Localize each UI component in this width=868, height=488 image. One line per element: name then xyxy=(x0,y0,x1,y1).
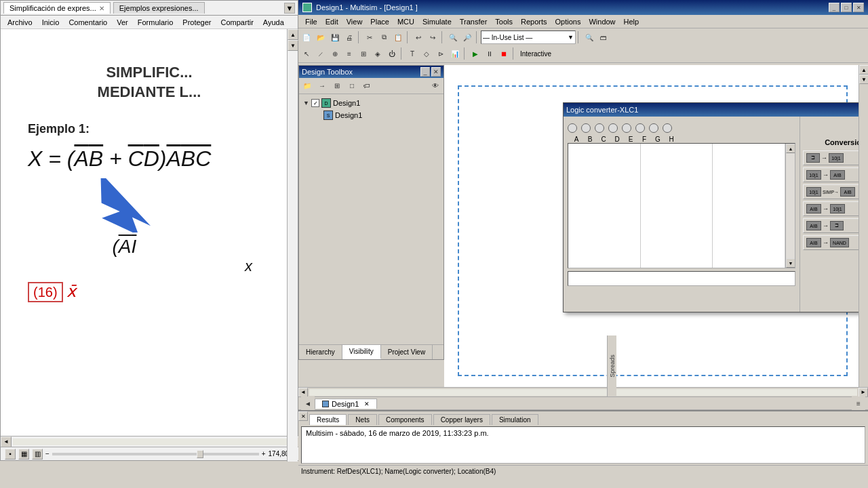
zoom-out-icon[interactable]: 🔎 xyxy=(460,30,474,44)
lc-input-H[interactable] xyxy=(663,123,672,133)
tab-project-view[interactable]: Project View xyxy=(381,345,433,359)
menu-options[interactable]: Options xyxy=(551,17,585,26)
view-btn-1[interactable]: ▪ xyxy=(5,449,16,460)
design1-tab[interactable]: Design1 ✕ xyxy=(315,399,377,409)
menu-reports[interactable]: Reports xyxy=(517,17,551,26)
lc-scroll-down[interactable]: ▼ xyxy=(786,258,795,268)
lc-input-C[interactable] xyxy=(595,123,604,133)
pause-icon[interactable]: ⏸ xyxy=(483,47,496,60)
tree-checkbox-design1[interactable]: ✓ xyxy=(311,99,319,107)
in-use-list[interactable]: — In-Use List — ▼ xyxy=(481,30,576,44)
zoom-in-icon[interactable]: 🔍 xyxy=(446,30,460,44)
menu-help[interactable]: Help xyxy=(620,17,644,26)
run-icon[interactable]: ▶ xyxy=(469,47,482,60)
ws-scroll-right[interactable]: ► xyxy=(859,388,868,397)
view-btn-3[interactable]: ▥ xyxy=(32,449,43,460)
menu-place[interactable]: Place xyxy=(366,17,393,26)
stop-icon[interactable]: ⏹ xyxy=(497,47,511,60)
scroll-up-btn[interactable]: ▲ xyxy=(288,29,298,40)
paste-icon[interactable]: 📋 xyxy=(391,30,405,44)
menu-ayuda[interactable]: Ayuda xyxy=(259,18,288,26)
toolbox-minimize-btn[interactable]: _ xyxy=(420,67,430,77)
open-icon[interactable]: 📂 xyxy=(314,30,328,44)
circuit-back-icon[interactable]: ◄ xyxy=(301,396,315,410)
close-btn[interactable]: ✕ xyxy=(853,3,864,12)
misc-icon[interactable]: ◇ xyxy=(420,47,433,60)
menu-window[interactable]: Window xyxy=(585,17,619,26)
print-icon[interactable]: 🖨 xyxy=(342,30,356,44)
scroll-down-btn[interactable]: ▼ xyxy=(288,40,298,51)
tab-nets[interactable]: Nets xyxy=(348,414,377,425)
canvas-scroll-up[interactable]: ▲ xyxy=(859,65,868,75)
tab-scroll-btn[interactable]: ▼ xyxy=(284,3,295,14)
tab-simplificacion[interactable]: Simplificación de expres... ✕ xyxy=(3,2,111,14)
scroll-left-btn[interactable]: ◄ xyxy=(1,436,12,447)
menu-comentario[interactable]: Comentario xyxy=(64,18,111,26)
toolbox-box-icon[interactable]: □ xyxy=(345,79,359,93)
pres-hscroll[interactable]: ◄ ► xyxy=(1,436,299,447)
lc-input-D[interactable] xyxy=(608,123,618,133)
design-tab-right-icon[interactable]: ≡ xyxy=(852,396,865,410)
menu-formulario[interactable]: Formulario xyxy=(134,18,178,26)
junction-icon[interactable]: ⊕ xyxy=(328,47,342,60)
lc-expression-input[interactable] xyxy=(568,271,795,286)
zoom-minus[interactable]: − xyxy=(45,450,50,458)
tab-hierarchy[interactable]: Hierarchy xyxy=(299,345,342,359)
menu-proteger[interactable]: Proteger xyxy=(178,18,215,26)
db-manager-icon[interactable]: 🗃 xyxy=(597,30,610,44)
tab-results[interactable]: Results xyxy=(309,414,347,425)
new-icon[interactable]: 📄 xyxy=(300,30,313,44)
view-btn-2[interactable]: ▦ xyxy=(18,449,29,460)
copy-icon[interactable]: ⧉ xyxy=(377,30,391,44)
toolbox-folder-icon[interactable]: 📁 xyxy=(300,79,314,93)
design-tab-close[interactable]: ✕ xyxy=(364,401,370,407)
restore-btn[interactable]: □ xyxy=(841,3,852,12)
menu-transfer[interactable]: Transfer xyxy=(456,17,492,26)
menu-mcu[interactable]: MCU xyxy=(393,17,418,26)
lc-input-E[interactable] xyxy=(622,123,631,133)
lc-scroll-up[interactable]: ▲ xyxy=(786,144,795,153)
redo-icon[interactable]: ↪ xyxy=(426,30,439,44)
pres-vscroll[interactable]: ▲ ▼ xyxy=(287,29,298,462)
toolbox-arrow-icon[interactable]: → xyxy=(315,79,329,93)
connector-icon[interactable]: ◈ xyxy=(371,47,384,60)
toolbox-close-btn[interactable]: ✕ xyxy=(431,67,441,77)
lc-vscroll[interactable]: ▲ ▼ xyxy=(785,144,795,268)
menu-tools[interactable]: Tools xyxy=(491,17,517,26)
toolbox-grid-icon[interactable]: ⊞ xyxy=(330,79,344,93)
lc-input-A[interactable] xyxy=(568,123,577,133)
grapher-icon[interactable]: 📊 xyxy=(448,47,462,60)
menu-simulate[interactable]: Simulate xyxy=(418,17,456,26)
tree-item-design1-root[interactable]: ▼ ✓ D Design1 xyxy=(302,97,441,109)
tab-close-icon[interactable]: ✕ xyxy=(99,5,104,12)
toolbox-view-icon[interactable]: 👁 xyxy=(429,79,442,93)
undo-icon[interactable]: ↩ xyxy=(412,30,425,44)
pointer-icon[interactable]: ↖ xyxy=(300,47,313,60)
canvas-vscroll[interactable]: ▲ ▼ xyxy=(859,65,868,396)
bus-icon[interactable]: ≡ xyxy=(342,47,356,60)
net-icon[interactable]: ⊞ xyxy=(357,47,370,60)
ws-scroll-left[interactable]: ◄ xyxy=(298,388,308,397)
menu-file[interactable]: File xyxy=(301,17,321,26)
bottom-close-btn[interactable]: ✕ xyxy=(298,411,308,421)
menu-edit[interactable]: Edit xyxy=(321,17,342,26)
lc-input-B[interactable] xyxy=(581,123,591,133)
tree-item-design1-child[interactable]: S Design1 xyxy=(302,109,441,121)
menu-inicio[interactable]: Inicio xyxy=(38,18,64,26)
menu-view[interactable]: View xyxy=(342,17,367,26)
workspace-hscroll[interactable]: ◄ ► xyxy=(298,387,868,396)
cut-icon[interactable]: ✂ xyxy=(363,30,376,44)
menu-compartir[interactable]: Compartir xyxy=(217,18,258,26)
toolbox-tag-icon[interactable]: 🏷 xyxy=(360,79,374,93)
zoom-plus[interactable]: + xyxy=(262,450,266,458)
minimize-btn[interactable]: _ xyxy=(829,3,840,12)
lc-input-G[interactable] xyxy=(649,123,658,133)
tab-ejemplos[interactable]: Ejemplos expresiones... xyxy=(113,2,205,14)
menu-archivo[interactable]: Archivo xyxy=(3,18,37,26)
menu-ver[interactable]: Ver xyxy=(113,18,132,26)
tree-expand-icon[interactable]: ▼ xyxy=(303,100,311,106)
tab-visibility[interactable]: Visibility xyxy=(342,345,381,359)
wire-icon[interactable]: ⟋ xyxy=(314,47,328,60)
component-search-icon[interactable]: 🔍 xyxy=(583,30,596,44)
zoom-slider-thumb[interactable] xyxy=(197,450,203,458)
